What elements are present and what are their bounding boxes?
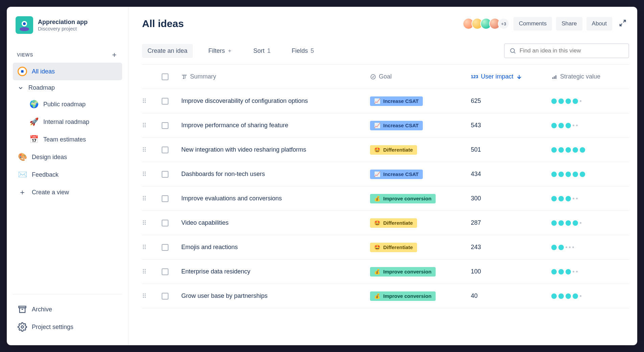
- calendar-icon: 📅: [29, 135, 39, 144]
- sidebar-item-project-settings[interactable]: Project settings: [13, 318, 122, 336]
- gear-icon: [18, 322, 27, 332]
- table-row[interactable]: ⠿Video capabilities🤩Differentiate287: [142, 211, 629, 235]
- rating-dot: [558, 220, 564, 226]
- goal-chip[interactable]: 🤩Differentiate: [370, 218, 417, 228]
- number-icon: 123: [471, 74, 478, 79]
- table-row[interactable]: ⠿Grow user base by partnerships💰Improve …: [142, 284, 629, 308]
- table-row[interactable]: ⠿Improve discoverability of configuratio…: [142, 89, 629, 113]
- row-checkbox[interactable]: [162, 122, 168, 129]
- rating-dot: [551, 147, 557, 153]
- sidebar-item-internal-roadmap[interactable]: 🚀 Internal roadmap: [13, 113, 122, 131]
- envelope-icon: ✉️: [18, 170, 27, 179]
- avatar-more[interactable]: +3: [498, 18, 509, 29]
- search-input[interactable]: [520, 47, 624, 54]
- comments-button[interactable]: Comments: [513, 17, 552, 30]
- select-all-checkbox[interactable]: [162, 73, 168, 80]
- sort-button[interactable]: Sort 1: [248, 44, 276, 58]
- row-checkbox[interactable]: [162, 220, 168, 226]
- drag-handle-icon[interactable]: ⠿: [142, 171, 159, 178]
- sidebar-item-design-ideas[interactable]: 🎨 Design ideas: [13, 148, 122, 166]
- rating-dot: [551, 293, 557, 299]
- rating-dot: [576, 271, 578, 272]
- goal-emoji-icon: 📈: [374, 98, 381, 104]
- drag-handle-icon[interactable]: ⠿: [142, 146, 159, 154]
- goal-label: Increase CSAT: [383, 171, 419, 177]
- goal-label: Improve conversion: [383, 269, 432, 274]
- toolbar: Create an idea Filters＋ Sort 1 Fields 5: [142, 43, 629, 58]
- row-checkbox[interactable]: [162, 195, 168, 202]
- goal-chip[interactable]: 💰Improve conversion: [370, 194, 436, 203]
- col-user-impact[interactable]: 123 User impact: [471, 73, 549, 80]
- about-button[interactable]: About: [586, 17, 612, 30]
- strategic-value-cell: [551, 293, 629, 299]
- row-checkbox[interactable]: [162, 244, 168, 251]
- goal-chip[interactable]: 📈Increase CSAT: [370, 121, 423, 130]
- rating-dot: [558, 269, 564, 274]
- expand-icon[interactable]: [616, 18, 629, 29]
- rating-dot: [580, 172, 585, 177]
- goal-label: Increase CSAT: [383, 123, 419, 128]
- drag-handle-icon[interactable]: ⠿: [142, 244, 159, 251]
- col-strategic-value[interactable]: Strategic value: [551, 73, 629, 80]
- add-view-icon[interactable]: ＋: [111, 50, 118, 59]
- goal-chip[interactable]: 💰Improve conversion: [370, 291, 436, 301]
- share-button[interactable]: Share: [556, 17, 582, 30]
- rating-dot: [551, 245, 557, 250]
- topbar: All ideas +3 Comments Share About: [142, 17, 629, 30]
- drag-handle-icon[interactable]: ⠿: [142, 268, 159, 276]
- filters-button[interactable]: Filters＋: [203, 44, 238, 58]
- sidebar-item-label: All ideas: [32, 68, 55, 75]
- rating-dot: [573, 198, 574, 199]
- goal-chip[interactable]: 🤩Differentiate: [370, 145, 417, 155]
- row-checkbox[interactable]: [162, 147, 168, 153]
- rating-dot: [551, 98, 557, 104]
- goal-emoji-icon: 🤩: [374, 220, 381, 226]
- table-row[interactable]: ⠿Emojis and reactions🤩Differentiate243: [142, 235, 629, 260]
- row-checkbox[interactable]: [162, 293, 168, 300]
- drag-handle-icon[interactable]: ⠿: [142, 219, 159, 227]
- drag-handle-icon[interactable]: ⠿: [142, 292, 159, 300]
- goal-chip[interactable]: 🤩Differentiate: [370, 243, 417, 252]
- sidebar: Appreciation app Discovery project VIEWS…: [7, 7, 129, 345]
- row-checkbox[interactable]: [162, 268, 168, 275]
- col-summary[interactable]: Summary: [181, 73, 367, 80]
- user-impact-cell: 100: [471, 268, 549, 275]
- create-idea-button[interactable]: Create an idea: [142, 44, 193, 58]
- sidebar-item-create-view[interactable]: ＋ Create a view: [13, 183, 122, 201]
- goal-label: Improve conversion: [383, 293, 432, 299]
- sidebar-item-all-ideas[interactable]: All ideas: [13, 63, 122, 80]
- fields-button[interactable]: Fields 5: [286, 44, 319, 58]
- table-row[interactable]: ⠿Dashboards for non-tech users📈Increase …: [142, 162, 629, 186]
- table-row[interactable]: ⠿Enterprise data residency💰Improve conve…: [142, 260, 629, 284]
- strategic-value-cell: [551, 269, 629, 274]
- table-row[interactable]: ⠿Improve performance of sharing feature📈…: [142, 113, 629, 138]
- table-row[interactable]: ⠿New integration with video resharing pl…: [142, 138, 629, 162]
- sidebar-item-public-roadmap[interactable]: 🌍 Public roadmap: [13, 95, 122, 113]
- search-icon: [509, 47, 516, 54]
- drag-handle-icon[interactable]: ⠿: [142, 97, 159, 105]
- table-row[interactable]: ⠿Improve evaluations and conversions💰Imp…: [142, 186, 629, 211]
- svg-point-9: [510, 48, 514, 52]
- sidebar-item-roadmap[interactable]: Roadmap: [13, 80, 122, 95]
- goal-chip[interactable]: 📈Increase CSAT: [370, 96, 423, 106]
- svg-rect-13: [552, 77, 553, 79]
- row-checkbox[interactable]: [162, 171, 168, 178]
- search-wrapper[interactable]: [504, 43, 629, 58]
- rating-dot: [576, 125, 578, 126]
- col-goal[interactable]: Goal: [370, 73, 468, 80]
- presence-stack[interactable]: +3: [465, 18, 509, 29]
- goal-label: Improve conversion: [383, 196, 432, 201]
- svg-line-10: [514, 52, 515, 53]
- drag-handle-icon[interactable]: ⠿: [142, 122, 159, 129]
- user-impact-cell: 40: [471, 292, 549, 300]
- sidebar-item-team-estimates[interactable]: 📅 Team estimates: [13, 131, 122, 148]
- sidebar-item-archive[interactable]: Archive: [13, 301, 122, 318]
- row-checkbox[interactable]: [162, 98, 168, 105]
- goal-chip[interactable]: 📈Increase CSAT: [370, 170, 423, 179]
- goal-chip[interactable]: 💰Improve conversion: [370, 267, 436, 277]
- drag-handle-icon[interactable]: ⠿: [142, 195, 159, 202]
- sidebar-item-feedback[interactable]: ✉️ Feedback: [13, 166, 122, 183]
- table-header: Summary Goal 123 User impact Strategic v…: [142, 65, 629, 89]
- rating-dot: [551, 196, 557, 201]
- check-circle-icon: [370, 74, 376, 80]
